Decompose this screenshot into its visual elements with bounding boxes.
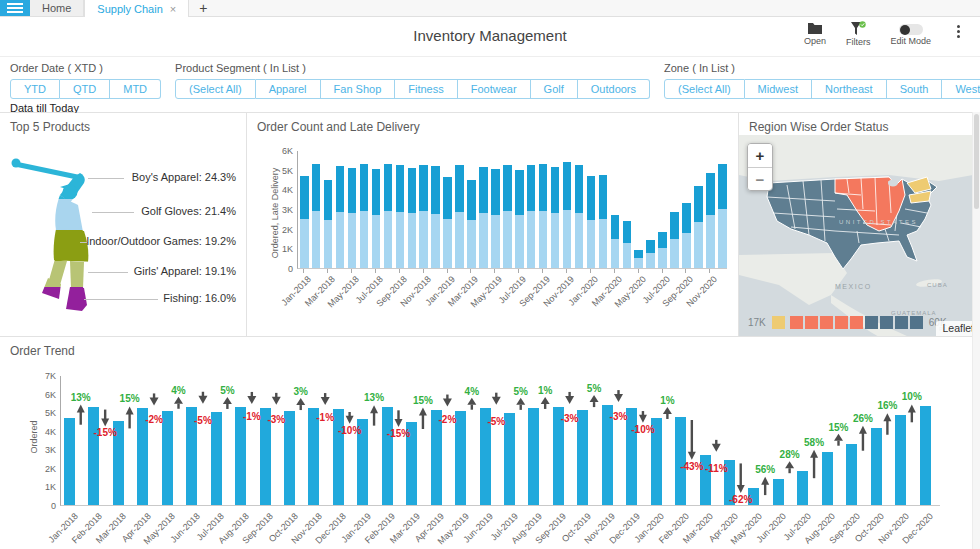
zoom-out-button[interactable]: −: [748, 167, 772, 190]
late-delivery-bar-segment[interactable]: [479, 213, 488, 268]
ordered-bar-segment[interactable]: [372, 169, 381, 215]
late-delivery-bar-segment[interactable]: [539, 211, 548, 268]
late-delivery-bar-segment[interactable]: [694, 222, 703, 268]
filter-option-button[interactable]: Apparel: [256, 79, 321, 99]
ordered-bar-segment[interactable]: [312, 164, 321, 211]
tab-supply-chain[interactable]: Supply Chain ×: [84, 0, 189, 17]
late-delivery-bar-segment[interactable]: [372, 215, 381, 268]
open-button[interactable]: Open: [804, 21, 826, 46]
ordered-bar-segment[interactable]: [587, 176, 596, 220]
us-map[interactable]: UNITED STATES MEXICO CUBA GUATEMALA PANA…: [739, 135, 980, 336]
late-delivery-bar-segment[interactable]: [658, 248, 667, 268]
ordered-bar-segment[interactable]: [682, 203, 691, 233]
close-tab-icon[interactable]: ×: [170, 3, 176, 15]
filter-option-button[interactable]: (Select All): [664, 79, 745, 99]
late-delivery-bar-segment[interactable]: [682, 233, 691, 268]
ordered-bar-segment[interactable]: [360, 164, 369, 211]
late-delivery-bar-segment[interactable]: [718, 209, 727, 268]
ordered-bar-segment[interactable]: [634, 250, 643, 258]
filter-option-button[interactable]: South: [887, 79, 943, 99]
kebab-menu-icon[interactable]: [951, 21, 966, 42]
filter-option-button[interactable]: Midwest: [745, 79, 812, 99]
filter-option-button[interactable]: YTD: [10, 79, 60, 99]
filter-option-button[interactable]: Golf: [531, 79, 578, 99]
late-delivery-bar-segment[interactable]: [575, 213, 584, 268]
filter-option-button[interactable]: West: [942, 79, 980, 99]
ordered-bar-segment[interactable]: [646, 240, 655, 253]
late-delivery-bar-segment[interactable]: [419, 211, 428, 268]
zoom-in-button[interactable]: +: [748, 144, 772, 167]
late-delivery-bar-segment[interactable]: [551, 213, 560, 268]
ordered-bar-segment[interactable]: [539, 164, 548, 210]
late-delivery-bar-segment[interactable]: [527, 211, 536, 268]
ordered-bar-segment[interactable]: [336, 166, 345, 212]
late-delivery-bar-segment[interactable]: [431, 214, 440, 268]
late-delivery-bar-segment[interactable]: [515, 215, 524, 268]
late-delivery-bar-segment[interactable]: [408, 213, 417, 268]
late-delivery-bar-segment[interactable]: [348, 213, 357, 268]
filter-option-button[interactable]: Outdoors: [578, 79, 650, 99]
ordered-bar-segment[interactable]: [563, 162, 572, 210]
ordered-bar-segment[interactable]: [455, 165, 464, 212]
ordered-bar-segment[interactable]: [515, 170, 524, 215]
scrollbar-thumb[interactable]: [974, 114, 979, 209]
late-delivery-bar-segment[interactable]: [563, 210, 572, 268]
ordered-bar-segment[interactable]: [623, 221, 632, 243]
ordered-bar-segment[interactable]: [300, 176, 309, 219]
late-delivery-bar-segment[interactable]: [360, 211, 369, 268]
late-delivery-bar-segment[interactable]: [599, 219, 608, 268]
ordered-bar-segment[interactable]: [706, 173, 715, 214]
ordered-bar-segment[interactable]: [551, 167, 560, 213]
ordered-bar-segment[interactable]: [408, 168, 417, 213]
late-delivery-bar-segment[interactable]: [706, 215, 715, 268]
filters-button[interactable]: Filters: [846, 21, 871, 47]
late-delivery-bar-segment[interactable]: [455, 212, 464, 268]
late-delivery-bar-segment[interactable]: [646, 253, 655, 268]
late-delivery-bar-segment[interactable]: [587, 220, 596, 268]
ordered-bar-segment[interactable]: [384, 164, 393, 210]
ordered-bar-segment[interactable]: [443, 177, 452, 219]
filter-option-button[interactable]: MTD: [110, 79, 161, 99]
late-delivery-bar-segment[interactable]: [336, 212, 345, 268]
hamburger-icon[interactable]: [0, 0, 30, 16]
vertical-scrollbar[interactable]: [972, 112, 980, 549]
ordered-bar-segment[interactable]: [575, 165, 584, 213]
edit-mode-toggle[interactable]: Edit Mode: [890, 21, 931, 46]
toggle-icon[interactable]: [899, 24, 923, 35]
late-delivery-bar-segment[interactable]: [623, 243, 632, 268]
late-delivery-bar-segment[interactable]: [503, 211, 512, 268]
late-delivery-bar-segment[interactable]: [300, 219, 309, 268]
ordered-bar-segment[interactable]: [718, 164, 727, 210]
tab-home[interactable]: Home: [30, 0, 84, 16]
filter-option-button[interactable]: (Select All): [175, 79, 256, 99]
ordered-bar-segment[interactable]: [431, 166, 440, 213]
late-delivery-bar-segment[interactable]: [443, 219, 452, 268]
late-delivery-bar-segment[interactable]: [670, 239, 679, 269]
ordered-bar-segment[interactable]: [527, 165, 536, 211]
ordered-bar-segment[interactable]: [419, 165, 428, 211]
late-delivery-bar-segment[interactable]: [634, 258, 643, 268]
filter-option-button[interactable]: Fitness: [395, 79, 457, 99]
ordered-bar-segment[interactable]: [396, 165, 405, 212]
filter-option-button[interactable]: QTD: [60, 79, 110, 99]
ordered-bar-segment[interactable]: [324, 180, 333, 220]
ordered-bar-segment[interactable]: [348, 168, 357, 213]
late-delivery-bar-segment[interactable]: [396, 212, 405, 268]
late-delivery-bar-segment[interactable]: [324, 220, 333, 268]
filter-option-button[interactable]: Northeast: [812, 79, 887, 99]
late-delivery-bar-segment[interactable]: [467, 220, 476, 268]
ordered-bar-segment[interactable]: [694, 186, 703, 222]
late-delivery-bar-segment[interactable]: [611, 239, 620, 269]
late-delivery-bar-segment[interactable]: [384, 211, 393, 268]
late-delivery-bar-segment[interactable]: [491, 215, 500, 268]
ordered-bar-segment[interactable]: [599, 175, 608, 219]
ordered-bar-segment[interactable]: [670, 212, 679, 239]
ordered-bar-segment[interactable]: [467, 180, 476, 220]
ordered-bar-segment[interactable]: [611, 215, 620, 239]
late-delivery-bar-segment[interactable]: [312, 211, 321, 268]
ordered-bar-segment[interactable]: [479, 167, 488, 213]
add-tab-button[interactable]: +: [189, 0, 217, 16]
ordered-bar-segment[interactable]: [503, 165, 512, 211]
filter-option-button[interactable]: Fan Shop: [321, 79, 396, 99]
ordered-bar-segment[interactable]: [491, 169, 500, 215]
